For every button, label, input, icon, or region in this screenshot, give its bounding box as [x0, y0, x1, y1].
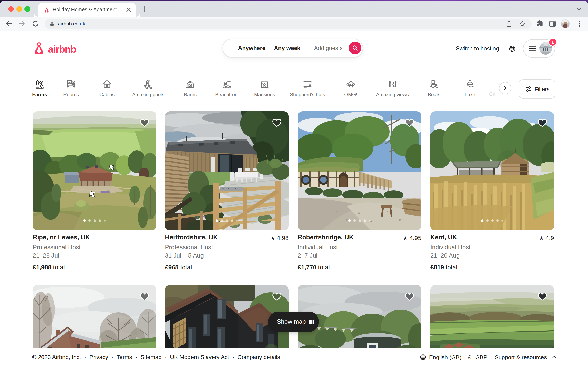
svg-text:airbnb: airbnb	[48, 44, 76, 55]
